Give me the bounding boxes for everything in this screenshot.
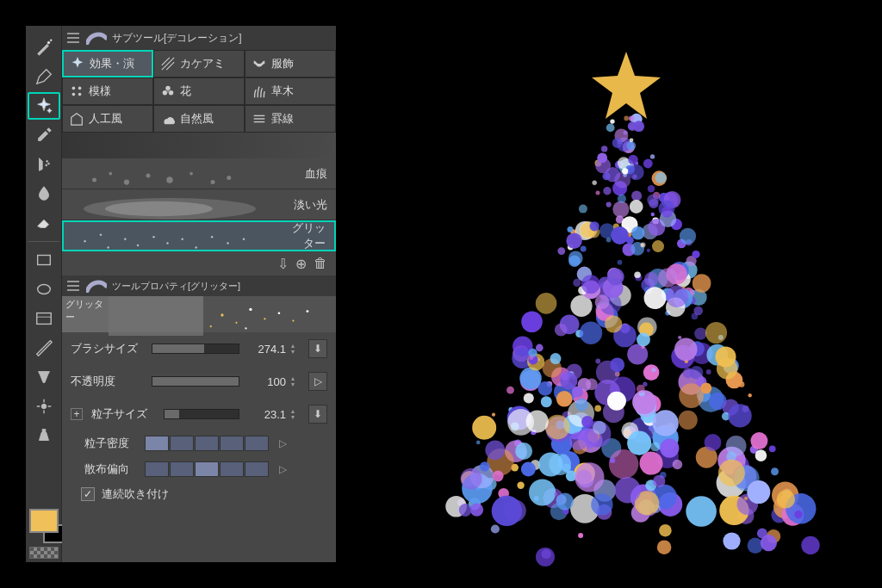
- svg-point-29: [227, 176, 231, 180]
- svg-point-416: [528, 349, 537, 357]
- svg-point-248: [568, 226, 574, 232]
- svg-point-355: [686, 496, 717, 527]
- svg-point-174: [628, 155, 638, 165]
- opacity-value[interactable]: 100: [245, 375, 286, 388]
- color-swatches[interactable]: [26, 505, 61, 562]
- svg-point-396: [493, 471, 504, 482]
- svg-point-25: [146, 174, 151, 178]
- particle-size-slider[interactable]: [164, 409, 239, 419]
- svg-point-395: [480, 461, 489, 471]
- svg-point-425: [561, 373, 569, 381]
- dynamics-button[interactable]: ⬇: [308, 405, 327, 424]
- text-tool[interactable]: [28, 363, 60, 391]
- canvas[interactable]: [370, 0, 882, 588]
- tab-effects[interactable]: 効果・演: [62, 50, 153, 77]
- frame-tool[interactable]: [28, 305, 60, 332]
- svg-point-46: [235, 322, 237, 324]
- magic-wand-tool[interactable]: [28, 34, 60, 61]
- opacity-slider[interactable]: [152, 376, 239, 387]
- svg-point-247: [536, 293, 557, 314]
- tab-clothing[interactable]: 服飾: [245, 50, 336, 77]
- svg-point-32: [84, 240, 85, 242]
- duplicate-icon[interactable]: ⊕: [295, 256, 307, 272]
- svg-point-320: [747, 480, 770, 504]
- christmas-tree-artwork: [370, 0, 882, 588]
- svg-point-113: [521, 462, 536, 477]
- download-icon[interactable]: ⇩: [277, 256, 289, 272]
- svg-point-421: [529, 356, 533, 360]
- density-label: 粒子密度: [84, 436, 140, 451]
- svg-point-342: [628, 164, 643, 180]
- tab-patterns[interactable]: 模様: [62, 77, 153, 105]
- preview-label: グリッター: [62, 296, 109, 332]
- foreground-color[interactable]: [29, 509, 59, 533]
- svg-point-49: [278, 312, 281, 314]
- tab-artificial[interactable]: 人工風: [62, 105, 153, 133]
- svg-point-259: [679, 411, 698, 430]
- ellipse-tool[interactable]: [28, 275, 60, 303]
- building-icon: [68, 110, 85, 127]
- arrow-icon[interactable]: ▷: [279, 437, 287, 449]
- tab-natural[interactable]: 自然風: [153, 105, 245, 133]
- svg-point-276: [705, 322, 727, 344]
- brush-size-slider[interactable]: [152, 344, 239, 354]
- svg-point-267: [538, 452, 562, 476]
- svg-point-6: [37, 285, 50, 294]
- decoration-tool[interactable]: [28, 92, 60, 120]
- fill-tool[interactable]: [28, 422, 60, 449]
- scatter-segments[interactable]: [145, 461, 269, 477]
- brush-soft-light[interactable]: 淡い光: [62, 189, 336, 220]
- svg-point-322: [610, 119, 614, 123]
- particle-size-row: + 粒子サイズ 23.1 ▴▾ ⬇: [62, 398, 336, 430]
- blur-tool[interactable]: [28, 180, 60, 207]
- eyedropper-tool[interactable]: [28, 121, 60, 149]
- svg-point-440: [536, 548, 555, 566]
- tool-property-header: ツールプロパティ[グリッター]: [62, 275, 336, 296]
- tab-plants[interactable]: 草木: [245, 77, 336, 105]
- tab-flowers[interactable]: 花: [153, 77, 245, 105]
- svg-point-292: [581, 416, 593, 428]
- svg-point-24: [124, 179, 129, 184]
- arrow-icon[interactable]: ▷: [279, 463, 287, 475]
- svg-point-428: [628, 121, 637, 131]
- ruler-tool[interactable]: [28, 334, 60, 362]
- menu-icon[interactable]: [67, 33, 79, 43]
- density-segments[interactable]: [145, 436, 269, 451]
- svg-point-413: [607, 392, 626, 411]
- svg-rect-5: [37, 256, 50, 265]
- svg-point-28: [211, 180, 215, 184]
- svg-point-45: [220, 313, 223, 316]
- svg-point-36: [137, 244, 139, 246]
- svg-point-178: [556, 391, 573, 407]
- svg-point-441: [723, 532, 740, 549]
- airbrush-tool[interactable]: [28, 151, 60, 178]
- svg-point-348: [651, 368, 655, 372]
- stepper-icon[interactable]: ▴▾: [291, 375, 303, 387]
- pen-tool[interactable]: [28, 63, 60, 90]
- dynamics-button[interactable]: ▷: [308, 372, 327, 391]
- tab-hatching[interactable]: カケアミ: [153, 50, 245, 77]
- trash-icon[interactable]: 🗑: [314, 256, 327, 271]
- continuous-row: ✓ 連続吹き付け: [62, 482, 336, 506]
- tab-ruled-lines[interactable]: 罫線: [245, 105, 336, 133]
- eraser-tool[interactable]: [28, 209, 60, 237]
- brush-blood[interactable]: 血痕: [62, 158, 336, 189]
- rectangle-tool[interactable]: [28, 246, 60, 274]
- particle-size-value[interactable]: 23.1: [245, 408, 286, 421]
- stepper-icon[interactable]: ▴▾: [291, 408, 303, 420]
- transparent-color[interactable]: [29, 547, 59, 559]
- svg-point-11: [72, 87, 76, 90]
- svg-point-419: [461, 468, 482, 490]
- expand-icon[interactable]: +: [71, 408, 83, 420]
- svg-point-339: [593, 181, 597, 185]
- gradient-tool[interactable]: [28, 393, 60, 420]
- svg-point-4: [45, 164, 47, 166]
- brush-glitter[interactable]: グリッター: [62, 220, 336, 251]
- menu-icon[interactable]: [67, 281, 79, 291]
- svg-point-403: [622, 168, 628, 174]
- continuous-checkbox[interactable]: ✓: [81, 487, 95, 501]
- brush-size-value[interactable]: 274.1: [245, 343, 286, 356]
- stepper-icon[interactable]: ▴▾: [291, 343, 303, 355]
- dynamics-button[interactable]: ⬇: [308, 339, 327, 358]
- svg-point-295: [515, 443, 532, 460]
